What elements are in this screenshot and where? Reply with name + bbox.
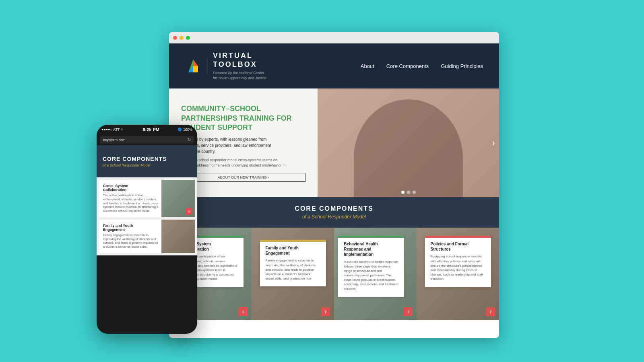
card-2-plus[interactable]: + xyxy=(321,307,330,316)
phone-card-2-name: Family and YouthEngagement xyxy=(103,224,160,232)
phone-reload-button[interactable]: ↻ xyxy=(188,138,191,142)
nav-about[interactable]: About xyxy=(361,63,374,69)
phone-card-2-text: Family engagement is essential in improv… xyxy=(103,233,160,249)
person-silhouette xyxy=(354,99,463,197)
hero-title: COMMUNITY–SCHOOLPARTNERSHIPS TRAINING FO… xyxy=(181,104,305,132)
website-content: VIRTUALTOOLBOX Powered by the National C… xyxy=(169,43,499,338)
phone-core-subtitle: of a School Responder Model xyxy=(103,163,191,167)
svg-marker-3 xyxy=(193,66,198,72)
phone-card-1-name: Cross–SystemCollaboration xyxy=(103,184,160,192)
card-bg-4: Policies and FormalStructures Equipping … xyxy=(417,228,499,320)
phone-cards-container: Cross–SystemCollaboration The active par… xyxy=(97,177,197,255)
close-button[interactable] xyxy=(173,36,177,40)
hero-subtext: ...instructs school responder model cros… xyxy=(181,158,305,168)
card-bg-2: Family and YouthEngagement Family engage… xyxy=(252,228,334,320)
card-bg-3: Behavioral HealthResponse andImplementat… xyxy=(334,228,417,320)
card-4-color-bar xyxy=(425,236,491,238)
site-nav: About Core Components Guiding Principles xyxy=(361,63,483,69)
hero-next-arrow[interactable]: › xyxy=(492,137,495,148)
hero-slide-dots xyxy=(401,191,416,194)
card-4-plus[interactable]: + xyxy=(486,307,495,316)
logo-text: VIRTUALTOOLBOX Powered by the National C… xyxy=(213,51,266,80)
phone-status-bar: ●●●●○ ATT ᯤ 9:25 PM 🔵 100% xyxy=(97,125,197,134)
card-2-name: Family and YouthEngagement xyxy=(266,245,320,256)
card-3-text: A school's behavioral health response fo… xyxy=(344,259,398,291)
card-3-name: Behavioral HealthResponse andImplementat… xyxy=(344,241,398,257)
phone-card-2: Family and YouthEngagement Family engage… xyxy=(99,220,195,253)
logo-icon xyxy=(185,58,201,74)
card-4-name: Policies and FormalStructures xyxy=(431,241,485,252)
hero-image xyxy=(318,88,499,197)
hero-description: Designed by experts, with lessons gleane… xyxy=(181,136,305,154)
phone-card-1-plus[interactable]: + xyxy=(186,208,192,215)
phone-core-title: CORE COMPONENTS xyxy=(103,156,191,162)
core-section-title: CORE COMPONENTS xyxy=(177,205,491,212)
logo-subtitle-text: Powered by the National Centerfor Youth … xyxy=(213,70,266,80)
card-3-plus[interactable]: + xyxy=(404,307,413,316)
slide-dot-2[interactable] xyxy=(407,191,410,194)
logo-area: VIRTUALTOOLBOX Powered by the National C… xyxy=(185,51,266,80)
logo-title-text: VIRTUALTOOLBOX xyxy=(213,51,266,69)
card-2-color-bar xyxy=(260,240,326,242)
hero-cta-button[interactable]: ABOUT OUR NEW TRAINING › xyxy=(181,173,305,182)
site-header: VIRTUALTOOLBOX Powered by the National C… xyxy=(169,43,499,88)
phone-carrier: ●●●●○ ATT ᯤ xyxy=(101,128,124,132)
minimize-button[interactable] xyxy=(180,36,184,40)
svg-marker-2 xyxy=(193,60,198,66)
phone-icons: 🔵 100% xyxy=(178,128,192,132)
phone-card-2-image xyxy=(161,220,195,253)
browser-window: VIRTUALTOOLBOX Powered by the National C… xyxy=(169,32,499,338)
phone-card-1-text: The active participation of law enforcem… xyxy=(103,193,160,213)
phone-time: 9:25 PM xyxy=(142,127,159,132)
hero-image-panel: › xyxy=(318,88,499,197)
hero-section: COMMUNITY–SCHOOLPARTNERSHIPS TRAINING FO… xyxy=(169,88,499,197)
slide-dot-1[interactable] xyxy=(401,191,405,194)
core-section-subtitle: of a School Responder Model xyxy=(177,214,491,220)
phone-address-bar: ncyojsrm.com ↻ xyxy=(100,136,194,144)
nav-core-components[interactable]: Core Components xyxy=(386,63,429,69)
maximize-button[interactable] xyxy=(186,36,190,40)
core-section-header: CORE COMPONENTS of a School Responder Mo… xyxy=(169,197,499,228)
nav-guiding-principles[interactable]: Guiding Principles xyxy=(441,63,483,69)
phone-url: ncyojsrm.com xyxy=(103,138,126,142)
card-2: Family and YouthEngagement Family engage… xyxy=(260,240,326,286)
card-3: Behavioral HealthResponse andImplementat… xyxy=(338,236,404,296)
phone-card-1: Cross–SystemCollaboration The active par… xyxy=(99,180,195,217)
phone-card-1-content: Cross–SystemCollaboration The active par… xyxy=(103,184,160,213)
browser-chrome xyxy=(169,32,499,43)
card-4: Policies and FormalStructures Equipping … xyxy=(425,236,491,287)
card-1-plus[interactable]: + xyxy=(239,307,248,316)
phone-card-2-content: Family and YouthEngagement Family engage… xyxy=(103,224,160,249)
card-4-text: Equipping school responder models with e… xyxy=(431,254,485,281)
card-3-color-bar xyxy=(338,236,404,238)
mobile-phone: ●●●●○ ATT ᯤ 9:25 PM 🔵 100% ncyojsrm.com … xyxy=(97,125,197,334)
card-2-text: Family engagement is essential in improv… xyxy=(266,258,320,281)
slide-dot-3[interactable] xyxy=(413,191,416,194)
cards-row: Cross–SystemCollaboration The active par… xyxy=(169,228,499,320)
logo-divider xyxy=(207,58,207,74)
phone-core-header: CORE COMPONENTS of a School Responder Mo… xyxy=(97,145,197,177)
